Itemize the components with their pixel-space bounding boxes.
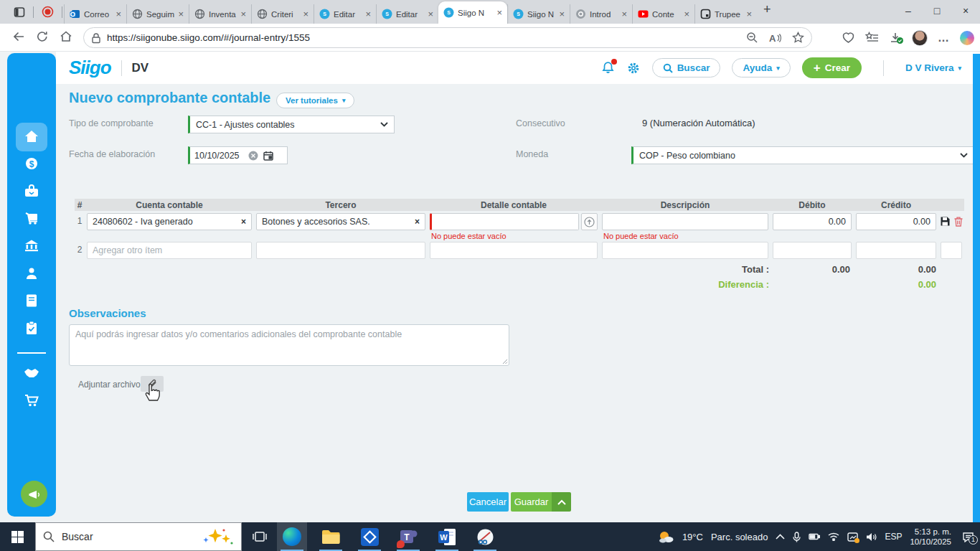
detalle-input-new[interactable] — [430, 242, 598, 259]
tab-correo[interactable]: Correo× — [64, 4, 126, 24]
close-icon[interactable]: × — [496, 8, 502, 17]
meet-now-icon[interactable] — [847, 532, 858, 542]
tipo-comprobante-select[interactable]: CC-1 - Ajustes contables — [188, 116, 395, 133]
minimize-button[interactable]: – — [894, 0, 923, 22]
new-tab-button[interactable]: + — [757, 0, 778, 24]
search-button[interactable]: Buscar — [652, 58, 721, 77]
taskbar-app-explorer[interactable] — [316, 522, 346, 551]
credito-input[interactable]: 0.00 — [856, 213, 936, 230]
sidebar-item-bank[interactable] — [7, 238, 56, 253]
tab-editar-2[interactable]: S Editar× — [376, 4, 438, 24]
tab-conte[interactable]: Conte× — [632, 4, 694, 24]
volume-icon[interactable] — [866, 532, 877, 542]
close-icon[interactable]: × — [365, 9, 371, 19]
sidebar-item-ledger[interactable] — [7, 293, 56, 308]
tab-trupee[interactable]: Trupee× — [694, 4, 757, 24]
close-window-button[interactable]: × — [951, 0, 980, 22]
tercero-input-new[interactable] — [256, 242, 425, 259]
more-menu-icon[interactable]: … — [938, 32, 950, 44]
record-icon[interactable] — [35, 0, 60, 24]
downloads-icon[interactable] — [889, 32, 902, 44]
tab-siigo-active[interactable]: S Siigo N× — [438, 1, 507, 24]
moneda-select[interactable]: COP - Peso colombiano — [631, 146, 974, 164]
close-icon[interactable]: × — [684, 9, 689, 19]
tercero-input[interactable]: Botones y accesorios SAS.× — [256, 213, 425, 230]
clear-icon[interactable] — [248, 151, 258, 161]
cancel-button[interactable]: Cancelar — [467, 492, 509, 512]
close-icon[interactable]: × — [178, 9, 184, 19]
tab-criteri[interactable]: Criteri× — [251, 4, 314, 24]
help-button[interactable]: Ayuda▾ — [732, 58, 790, 77]
observaciones-textarea[interactable] — [69, 324, 509, 366]
url-input[interactable] — [107, 32, 740, 43]
weather-temp[interactable]: 19°C — [682, 532, 703, 542]
sidebar-item-sales[interactable]: $ — [7, 156, 56, 171]
sidebar-item-home[interactable] — [7, 129, 56, 143]
siigo-logo[interactable]: Siigo — [69, 57, 111, 79]
action-center-button[interactable]: 1 — [962, 532, 974, 542]
tab-seguim[interactable]: Seguim× — [126, 4, 189, 24]
home-icon[interactable] — [59, 29, 73, 44]
profile-avatar[interactable] — [912, 30, 928, 46]
close-icon[interactable]: × — [428, 9, 433, 19]
user-menu[interactable]: D V Rivera▾ — [905, 62, 961, 73]
cuenta-input[interactable]: 24080602 - Iva generado× — [87, 213, 252, 230]
descripcion-input-new[interactable] — [602, 242, 768, 259]
calendar-icon[interactable] — [263, 151, 273, 161]
read-aloud-icon[interactable]: A — [768, 32, 782, 44]
back-icon[interactable] — [11, 29, 26, 44]
sidebar-item-contacts[interactable] — [7, 266, 56, 281]
close-icon[interactable]: × — [621, 9, 627, 19]
sidebar-item-purchases[interactable] — [7, 184, 56, 198]
taskbar-app-devops[interactable] — [354, 522, 385, 551]
close-icon[interactable]: × — [746, 9, 752, 19]
notifications-button[interactable] — [601, 61, 615, 75]
taskbar-app-word[interactable]: W — [432, 522, 462, 551]
zoom-out-icon[interactable] — [746, 32, 758, 44]
sidebar-item-shop[interactable] — [7, 393, 56, 408]
detalle-lookup-button[interactable] — [581, 213, 598, 230]
close-icon[interactable]: × — [116, 9, 121, 19]
clock[interactable]: 5:13 p. m. 10/10/2025 — [910, 527, 951, 547]
page-scrollbar[interactable] — [973, 54, 980, 522]
favorites-bar-icon[interactable] — [865, 32, 879, 44]
battery-icon[interactable] — [809, 532, 820, 541]
microphone-icon[interactable] — [793, 532, 801, 542]
address-bar[interactable]: A — [83, 27, 812, 48]
tab-editar-1[interactable]: S Editar× — [314, 4, 376, 24]
sidebar-item-partners[interactable] — [7, 366, 56, 379]
clear-icon[interactable]: × — [415, 217, 420, 227]
fecha-input[interactable] — [188, 146, 288, 164]
copilot-icon[interactable] — [960, 31, 974, 45]
taskbar-search[interactable]: Buscar — [35, 522, 242, 551]
close-icon[interactable]: × — [559, 9, 565, 19]
taskbar-app-teams[interactable]: T — [393, 522, 423, 551]
tray-expand-icon[interactable] — [776, 534, 785, 540]
language-indicator[interactable]: ESP — [885, 532, 902, 542]
delete-row-icon[interactable] — [953, 216, 963, 227]
debito-input[interactable]: 0.00 — [773, 213, 852, 230]
workspaces-icon[interactable] — [7, 0, 32, 24]
tab-siigo-2[interactable]: S Siigo N× — [507, 4, 570, 24]
clear-icon[interactable]: × — [241, 217, 246, 227]
tab-introd[interactable]: Introd× — [570, 4, 632, 24]
start-button[interactable] — [0, 522, 34, 551]
sidebar-item-tasks[interactable] — [7, 321, 56, 335]
save-options-button[interactable] — [552, 492, 571, 512]
announcements-button[interactable] — [21, 481, 47, 507]
create-button[interactable]: + Crear — [802, 57, 862, 78]
close-icon[interactable]: × — [303, 9, 308, 19]
browser-essentials-icon[interactable] — [842, 31, 855, 44]
restore-button[interactable]: □ — [923, 0, 951, 22]
sidebar-item-inventory[interactable] — [7, 211, 56, 225]
task-view-button[interactable] — [245, 522, 275, 551]
wifi-icon[interactable] — [828, 532, 839, 541]
close-icon[interactable]: × — [240, 9, 246, 19]
taskbar-app-snip[interactable] — [470, 522, 500, 551]
favorite-star-icon[interactable] — [792, 32, 804, 44]
save-button[interactable]: Guardar — [511, 492, 552, 512]
detalle-input[interactable] — [430, 213, 579, 230]
taskbar-app-edge[interactable] — [277, 522, 307, 551]
add-item-input[interactable]: Agregar otro ítem — [87, 242, 252, 259]
save-row-icon[interactable] — [940, 216, 951, 227]
